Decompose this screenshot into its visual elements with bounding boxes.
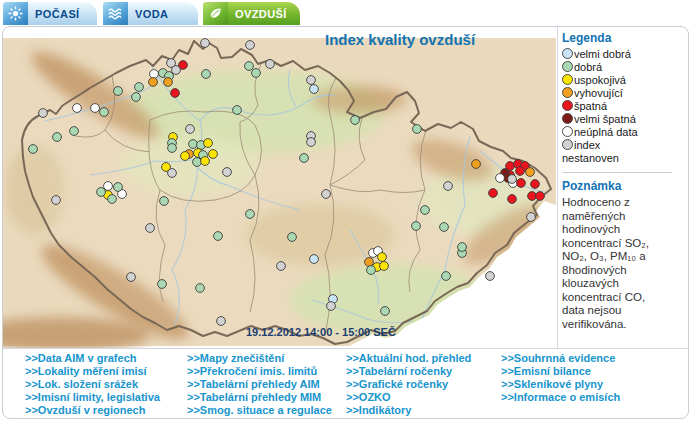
station-marker[interactable] — [528, 192, 537, 201]
station-marker[interactable] — [186, 125, 195, 134]
station-marker[interactable] — [39, 109, 48, 118]
station-marker[interactable] — [288, 233, 297, 242]
station-marker[interactable] — [29, 145, 38, 154]
station-marker[interactable] — [204, 139, 213, 148]
station-marker[interactable] — [202, 70, 211, 79]
station-marker[interactable] — [252, 69, 261, 78]
footer-link[interactable]: >>Aktuální hod. přehled — [346, 352, 471, 365]
footer-link[interactable]: >>Imisní limity, legislativa — [25, 391, 160, 404]
station-marker[interactable] — [380, 262, 389, 271]
station-marker[interactable] — [486, 272, 495, 281]
station-marker[interactable] — [526, 168, 535, 177]
footer-link[interactable]: >>Skleníkové plyny — [501, 378, 620, 391]
station-marker[interactable] — [307, 138, 316, 147]
station-marker[interactable] — [277, 262, 286, 271]
station-marker[interactable] — [322, 190, 331, 199]
footer-link[interactable]: >>Informace o emisích — [501, 391, 620, 404]
station-marker[interactable] — [181, 152, 190, 161]
station-marker[interactable] — [266, 60, 275, 69]
station-marker[interactable] — [508, 175, 517, 184]
station-marker[interactable] — [149, 78, 158, 87]
station-marker[interactable] — [442, 272, 451, 281]
station-marker[interactable] — [70, 127, 79, 136]
tab-voda[interactable]: VODA — [103, 2, 198, 25]
station-marker[interactable] — [201, 157, 210, 166]
footer-link[interactable]: >>Ovzduší v regionech — [25, 404, 160, 417]
station-marker[interactable] — [413, 125, 422, 134]
station-marker[interactable] — [73, 104, 82, 113]
station-marker[interactable] — [245, 62, 254, 71]
station-marker[interactable] — [114, 87, 123, 96]
station-marker[interactable] — [201, 39, 210, 48]
station-marker[interactable] — [209, 150, 218, 159]
station-marker[interactable] — [158, 280, 167, 289]
station-marker[interactable] — [310, 255, 319, 264]
footer-link[interactable]: >>Tabelární přehledy AIM — [187, 378, 332, 391]
station-marker[interactable] — [489, 189, 498, 198]
station-marker[interactable] — [168, 144, 177, 153]
station-marker[interactable] — [516, 167, 525, 176]
station-marker[interactable] — [246, 41, 255, 50]
station-marker[interactable] — [223, 168, 232, 177]
tab-pocasi[interactable]: POČASÍ — [3, 2, 97, 25]
station-marker[interactable] — [189, 140, 198, 149]
station-marker[interactable] — [108, 195, 117, 204]
station-marker[interactable] — [367, 266, 376, 275]
footer-link[interactable]: >>Indikátory — [346, 404, 471, 417]
station-marker[interactable] — [508, 195, 517, 204]
station-marker[interactable] — [365, 258, 374, 267]
station-marker[interactable] — [104, 182, 113, 191]
station-marker[interactable] — [412, 222, 421, 231]
station-marker[interactable] — [53, 133, 62, 142]
footer-link[interactable]: >>Lokality měření imisí — [25, 365, 160, 378]
station-marker[interactable] — [171, 89, 180, 98]
station-marker[interactable] — [114, 183, 123, 192]
station-marker[interactable] — [444, 182, 453, 191]
station-marker[interactable] — [214, 232, 223, 241]
station-marker[interactable] — [381, 307, 390, 316]
station-marker[interactable] — [97, 188, 106, 197]
station-marker[interactable] — [127, 273, 136, 282]
station-marker[interactable] — [527, 213, 536, 222]
station-marker[interactable] — [164, 78, 173, 87]
station-marker[interactable] — [307, 76, 316, 85]
station-marker[interactable] — [193, 158, 202, 167]
station-marker[interactable] — [135, 83, 144, 92]
station-marker[interactable] — [517, 179, 526, 188]
station-marker[interactable] — [146, 224, 155, 233]
footer-link[interactable]: >>Mapy znečištění — [187, 352, 332, 365]
footer-link[interactable]: >>Emisní bilance — [501, 365, 620, 378]
station-marker[interactable] — [91, 104, 100, 113]
station-marker[interactable] — [100, 108, 109, 117]
station-marker[interactable] — [440, 223, 449, 232]
station-marker[interactable] — [378, 253, 387, 262]
station-marker[interactable] — [52, 196, 61, 205]
footer-link[interactable]: >>Překročení imis. limitů — [187, 365, 332, 378]
footer-link[interactable]: >>Lok. složení srážek — [25, 378, 160, 391]
station-marker[interactable] — [168, 169, 177, 178]
czech-republic-map-svg[interactable] — [3, 38, 556, 348]
station-marker[interactable] — [531, 180, 540, 189]
station-marker[interactable] — [150, 70, 159, 79]
station-marker[interactable] — [327, 302, 336, 311]
footer-link[interactable]: >>Data AIM v grafech — [25, 352, 160, 365]
footer-link[interactable]: >>Tabelární ročenky — [346, 365, 471, 378]
tab-ovzdusi[interactable]: OVZDUŠÍ — [203, 2, 300, 25]
station-marker[interactable] — [496, 174, 505, 183]
station-marker[interactable] — [351, 116, 360, 125]
footer-link[interactable]: >>OZKO — [346, 391, 471, 404]
station-marker[interactable] — [300, 154, 309, 163]
station-marker[interactable] — [233, 106, 242, 115]
footer-link[interactable]: >>Tabelární přehledy MIM — [187, 391, 332, 404]
station-marker[interactable] — [179, 61, 188, 70]
footer-link[interactable]: >>Grafické ročenky — [346, 378, 471, 391]
station-marker[interactable] — [132, 93, 141, 102]
station-marker[interactable] — [310, 85, 319, 94]
station-marker[interactable] — [472, 160, 481, 169]
station-marker[interactable] — [217, 317, 226, 326]
footer-link[interactable]: >>Smog. situace a regulace — [187, 404, 332, 417]
footer-link[interactable]: >>Souhrnná evidence — [501, 352, 620, 365]
station-marker[interactable] — [246, 210, 255, 219]
station-marker[interactable] — [458, 243, 467, 252]
station-marker[interactable] — [421, 206, 430, 215]
